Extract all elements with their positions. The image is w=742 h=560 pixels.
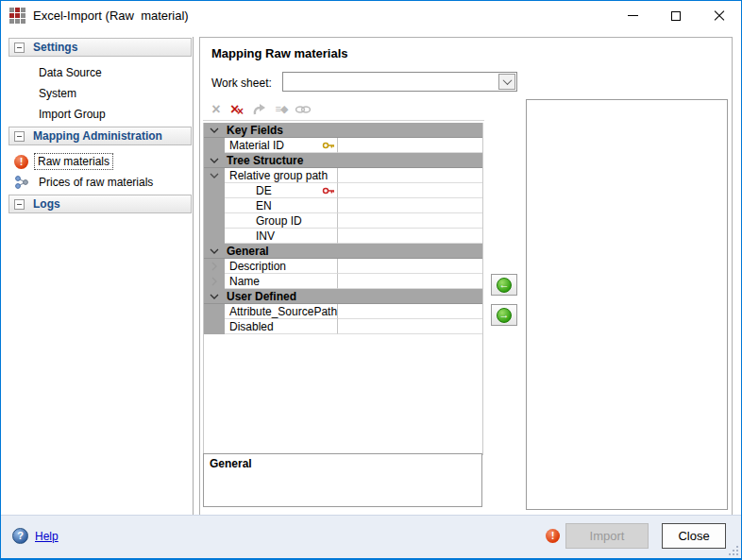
collapse-minus-icon[interactable] — [14, 42, 25, 53]
sidebar-item-prices-of-raw-materials[interactable]: Prices of raw materials — [8, 172, 193, 193]
field-value-cell[interactable] — [338, 259, 482, 274]
field-row-disabled[interactable]: Disabled — [204, 319, 482, 334]
field-row-material-id[interactable]: Material ID — [204, 138, 482, 153]
import-button[interactable]: Import — [565, 523, 649, 549]
row-expander[interactable] — [204, 183, 225, 198]
field-row-en[interactable]: EN — [204, 198, 482, 213]
curved-arrow-icon — [252, 102, 268, 116]
field-value-cell[interactable] — [338, 229, 482, 244]
group-row-general[interactable]: General — [204, 244, 482, 259]
sidebar-item-import-group[interactable]: Import Group — [8, 104, 193, 125]
undo-mapping-button[interactable] — [251, 101, 268, 118]
row-expander[interactable] — [204, 274, 225, 289]
window-title: Excel-Import (Raw material) — [33, 8, 189, 23]
field-value-cell[interactable] — [338, 304, 482, 319]
row-expander[interactable] — [204, 244, 225, 258]
titlebar: Excel-Import (Raw material) — [1, 1, 741, 30]
green-left-arrow-icon: ← — [497, 278, 512, 293]
row-expander[interactable] — [204, 198, 225, 213]
sidebar-section-logs[interactable]: Logs — [8, 195, 192, 213]
row-expander[interactable] — [204, 259, 225, 274]
chevron-right-icon — [211, 262, 217, 271]
group-label: User Defined — [225, 289, 296, 303]
row-expander[interactable] — [204, 319, 225, 334]
delete-mapping-button[interactable]: × — [208, 101, 225, 118]
close-icon — [714, 10, 725, 22]
row-expander[interactable] — [204, 229, 225, 244]
sidebar-item-label: Raw materials — [35, 154, 112, 169]
row-expander[interactable] — [204, 304, 225, 319]
excel-columns-panel[interactable] — [526, 99, 728, 510]
row-expander[interactable] — [204, 168, 225, 183]
row-expander[interactable] — [204, 138, 225, 153]
group-label: General — [225, 244, 269, 258]
main-panel: Mapping Raw materials Work sheet: ×××≡◆ … — [199, 37, 733, 516]
sidebar-section-items: Data SourceSystemImport Group — [8, 62, 193, 125]
green-right-arrow-icon: → — [497, 308, 512, 323]
collapse-minus-icon[interactable] — [14, 199, 25, 210]
sidebar-section-settings[interactable]: Settings — [8, 38, 192, 57]
field-row-group-id[interactable]: Group ID — [204, 213, 482, 229]
sidebar-item-data-source[interactable]: Data Source — [8, 62, 193, 83]
row-expander[interactable] — [204, 123, 225, 137]
minimize-button[interactable] — [611, 1, 654, 30]
group-row-tree-structure[interactable]: Tree Structure — [204, 153, 482, 168]
assign-column-left-button[interactable]: ← — [491, 274, 517, 296]
field-name-cell[interactable]: Material ID — [225, 138, 338, 153]
help-link[interactable]: Help — [35, 530, 59, 543]
field-label: EN — [256, 199, 272, 212]
field-label: Description — [229, 260, 286, 273]
field-name-cell[interactable]: Disabled — [225, 319, 338, 334]
field-label: Relative group path — [229, 169, 328, 182]
field-row-relative-group-path[interactable]: Relative group path — [204, 168, 482, 183]
field-row-name[interactable]: Name — [204, 274, 482, 289]
group-row-key-fields[interactable]: Key Fields — [204, 123, 482, 138]
sidebar-section-mapping-administration[interactable]: Mapping Administration — [8, 127, 192, 145]
field-value-cell[interactable] — [338, 198, 482, 213]
field-name-cell[interactable]: Description — [225, 259, 338, 274]
maximize-button[interactable] — [654, 1, 698, 30]
field-value-cell[interactable] — [338, 319, 482, 334]
field-value-cell[interactable] — [338, 138, 482, 153]
hierarchy-icon — [14, 175, 29, 190]
assign-column-right-button[interactable]: → — [491, 304, 517, 326]
sidebar-item-label: Prices of raw materials — [36, 175, 156, 190]
row-expander[interactable] — [204, 289, 225, 303]
field-name-cell[interactable]: Name — [225, 274, 338, 289]
field-label: Disabled — [229, 320, 274, 333]
chevron-down-icon — [210, 127, 219, 133]
resize-grip[interactable] — [729, 546, 738, 555]
field-name-cell[interactable]: INV — [225, 229, 338, 244]
worksheet-combobox[interactable] — [282, 72, 517, 92]
sidebar-item-raw-materials[interactable]: Raw materials — [8, 151, 193, 172]
link-columns-button[interactable] — [295, 101, 312, 118]
field-value-cell[interactable] — [338, 213, 482, 229]
field-value-cell[interactable] — [338, 274, 482, 289]
field-name-cell[interactable]: Attribute_SourcePath — [225, 304, 338, 319]
close-window-button[interactable] — [698, 1, 741, 30]
row-expander[interactable] — [204, 213, 225, 229]
field-name-cell[interactable]: Relative group path — [225, 168, 338, 183]
auto-mapping-button[interactable]: ≡◆ — [273, 101, 290, 118]
sidebar-item-system[interactable]: System — [8, 83, 193, 104]
group-row-user-defined[interactable]: User Defined — [204, 289, 482, 304]
field-value-cell[interactable] — [338, 168, 482, 183]
field-row-inv[interactable]: INV — [204, 229, 482, 244]
field-name-cell[interactable]: Group ID — [225, 213, 338, 229]
row-expander[interactable] — [204, 153, 225, 167]
field-name-cell[interactable]: DE — [225, 183, 338, 198]
collapse-minus-icon[interactable] — [14, 131, 25, 142]
description-box: General — [203, 453, 482, 507]
worksheet-dropdown-button[interactable] — [498, 74, 515, 90]
field-name-cell[interactable]: EN — [225, 198, 338, 213]
window-controls — [611, 1, 741, 30]
sidebar-section-label: Mapping Administration — [33, 129, 162, 143]
field-row-de[interactable]: DE — [204, 183, 482, 198]
chevron-right-icon — [211, 277, 217, 286]
field-value-cell[interactable] — [338, 183, 482, 198]
delete-all-mappings-button[interactable]: ×× — [229, 101, 246, 118]
field-row-attribute-sourcepath[interactable]: Attribute_SourcePath — [204, 304, 482, 319]
field-row-description[interactable]: Description — [204, 259, 482, 274]
close-button[interactable]: Close — [662, 523, 726, 549]
chain-link-icon — [295, 105, 312, 114]
